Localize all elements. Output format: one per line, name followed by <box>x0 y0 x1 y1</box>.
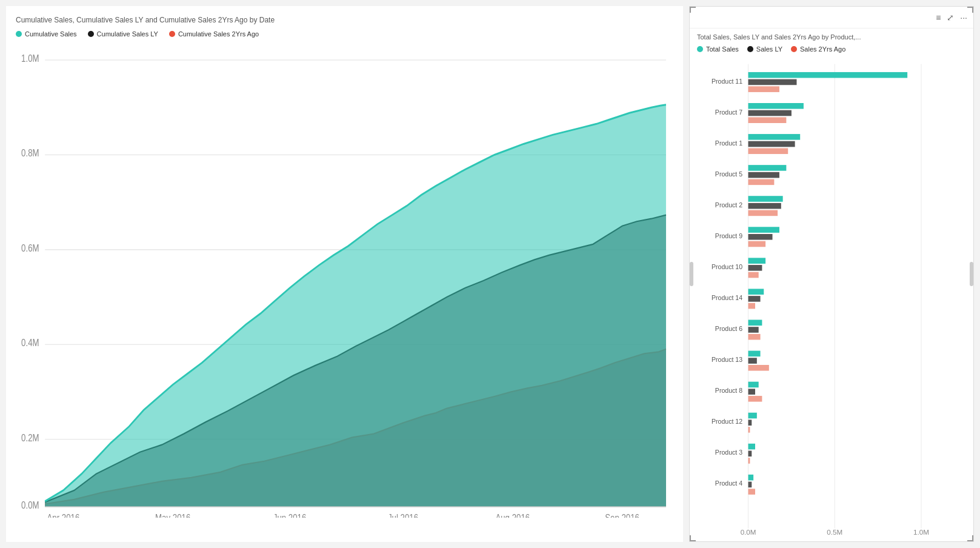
svg-rect-55 <box>748 296 761 302</box>
svg-text:Product 1: Product 1 <box>715 139 742 147</box>
svg-text:Product 6: Product 6 <box>715 325 742 332</box>
dashboard: Cumulative Sales, Cumulative Sales LY an… <box>0 0 980 548</box>
svg-rect-75 <box>748 451 752 457</box>
svg-rect-56 <box>748 303 755 309</box>
svg-rect-38 <box>748 165 787 171</box>
svg-rect-47 <box>748 234 773 240</box>
svg-rect-64 <box>748 365 769 371</box>
svg-rect-70 <box>748 413 757 419</box>
svg-rect-59 <box>748 327 759 333</box>
right-legend-2yrs: Sales 2Yrs Ago <box>791 45 845 53</box>
area-chart-wrapper: 1.0M 0.8M 0.6M 0.4M 0.2M 0.0M <box>16 44 673 518</box>
svg-text:Product 13: Product 13 <box>712 356 742 363</box>
total-sales-label: Total Sales <box>706 45 739 53</box>
cumulative-ly-label: Cumulative Sales LY <box>97 30 158 38</box>
sales-ly-dot <box>747 46 753 52</box>
svg-text:0.5M: 0.5M <box>827 528 842 536</box>
svg-rect-31 <box>748 110 792 116</box>
svg-rect-46 <box>748 227 779 233</box>
svg-text:Product 12: Product 12 <box>712 418 742 425</box>
svg-text:Product 2: Product 2 <box>715 201 742 209</box>
svg-rect-39 <box>748 172 779 178</box>
cumulative-2yrs-label: Cumulative Sales 2Yrs Ago <box>178 30 259 38</box>
svg-text:Aug 2016: Aug 2016 <box>495 512 530 518</box>
right-panel-header: ≡ ⤢ ··· <box>690 7 973 28</box>
right-chart-panel: ≡ ⤢ ··· Total Sales, Sales LY and Sales … <box>689 6 974 542</box>
resize-handle-right[interactable] <box>970 262 973 286</box>
cumulative-2yrs-dot <box>169 31 175 37</box>
svg-text:Jun 2016: Jun 2016 <box>273 512 307 518</box>
svg-rect-71 <box>748 419 752 426</box>
area-chart-svg: 1.0M 0.8M 0.6M 0.4M 0.2M 0.0M <box>16 44 673 518</box>
svg-rect-27 <box>748 79 797 85</box>
cumulative-ly-dot <box>88 31 94 37</box>
svg-rect-42 <box>748 196 783 202</box>
svg-text:Product 8: Product 8 <box>715 387 742 394</box>
svg-text:1.0M: 1.0M <box>21 53 39 64</box>
svg-rect-79 <box>748 482 752 488</box>
svg-rect-34 <box>748 134 801 140</box>
svg-rect-36 <box>748 148 788 154</box>
left-legend: Cumulative Sales Cumulative Sales LY Cum… <box>16 30 673 38</box>
svg-rect-32 <box>748 117 787 123</box>
svg-text:0.0M: 0.0M <box>741 528 756 536</box>
svg-rect-72 <box>748 427 750 433</box>
svg-rect-30 <box>748 103 804 109</box>
left-chart-panel: Cumulative Sales, Cumulative Sales LY an… <box>6 6 683 542</box>
svg-rect-40 <box>748 179 775 185</box>
expand-icon[interactable]: ⤢ <box>947 13 954 22</box>
svg-text:Product 5: Product 5 <box>715 170 742 178</box>
menu-icon[interactable]: ≡ <box>936 13 941 22</box>
bar-chart-svg: 0.0M0.5M1.0MProduct 11Product 7Product 1… <box>697 58 966 541</box>
left-chart-title: Cumulative Sales, Cumulative Sales LY an… <box>16 16 673 24</box>
svg-rect-80 <box>748 489 755 495</box>
right-legend-ly: Sales LY <box>747 45 782 53</box>
svg-rect-28 <box>748 86 779 92</box>
cumulative-sales-label: Cumulative Sales <box>25 30 77 38</box>
svg-rect-51 <box>748 265 762 271</box>
resize-handle-left[interactable] <box>690 262 693 286</box>
svg-text:0.8M: 0.8M <box>21 147 39 159</box>
svg-rect-26 <box>748 72 908 78</box>
svg-text:0.4M: 0.4M <box>21 337 39 349</box>
svg-text:0.6M: 0.6M <box>21 242 39 253</box>
svg-rect-50 <box>748 258 766 264</box>
svg-text:Product 4: Product 4 <box>715 480 742 487</box>
svg-text:Product 11: Product 11 <box>712 78 742 85</box>
sales-2yrs-dot <box>791 46 797 52</box>
svg-text:0.0M: 0.0M <box>21 500 39 511</box>
svg-text:Apr 2016: Apr 2016 <box>47 512 79 518</box>
sales-2yrs-label: Sales 2Yrs Ago <box>800 45 845 53</box>
svg-rect-44 <box>748 210 778 216</box>
right-chart-title: Total Sales, Sales LY and Sales 2Yrs Ago… <box>690 28 973 43</box>
legend-item-cumulative-ly: Cumulative Sales LY <box>88 30 158 38</box>
svg-text:May 2016: May 2016 <box>155 512 190 518</box>
svg-text:0.2M: 0.2M <box>21 432 39 443</box>
svg-rect-68 <box>748 396 762 402</box>
svg-text:Jul 2016: Jul 2016 <box>388 512 418 518</box>
svg-rect-54 <box>748 289 764 295</box>
svg-rect-74 <box>748 444 755 450</box>
svg-rect-35 <box>748 141 795 147</box>
svg-rect-76 <box>748 458 750 464</box>
legend-item-cumulative-sales: Cumulative Sales <box>16 30 77 38</box>
svg-text:Product 14: Product 14 <box>712 294 742 301</box>
cumulative-sales-dot <box>16 31 22 37</box>
svg-rect-63 <box>748 358 757 364</box>
svg-rect-66 <box>748 382 759 388</box>
svg-rect-62 <box>748 351 761 357</box>
svg-rect-58 <box>748 320 762 326</box>
svg-text:Sep 2016: Sep 2016 <box>605 512 639 518</box>
total-sales-dot <box>697 46 703 52</box>
more-icon[interactable]: ··· <box>960 13 967 22</box>
svg-rect-60 <box>748 334 761 340</box>
svg-rect-48 <box>748 241 766 247</box>
svg-rect-43 <box>748 203 781 209</box>
legend-item-cumulative-2yrs: Cumulative Sales 2Yrs Ago <box>169 30 259 38</box>
svg-rect-67 <box>748 389 755 395</box>
svg-text:Product 7: Product 7 <box>715 109 742 116</box>
svg-text:Product 3: Product 3 <box>715 449 742 456</box>
svg-rect-52 <box>748 272 759 278</box>
svg-text:Product 9: Product 9 <box>715 232 742 239</box>
svg-text:Product 10: Product 10 <box>712 263 742 270</box>
